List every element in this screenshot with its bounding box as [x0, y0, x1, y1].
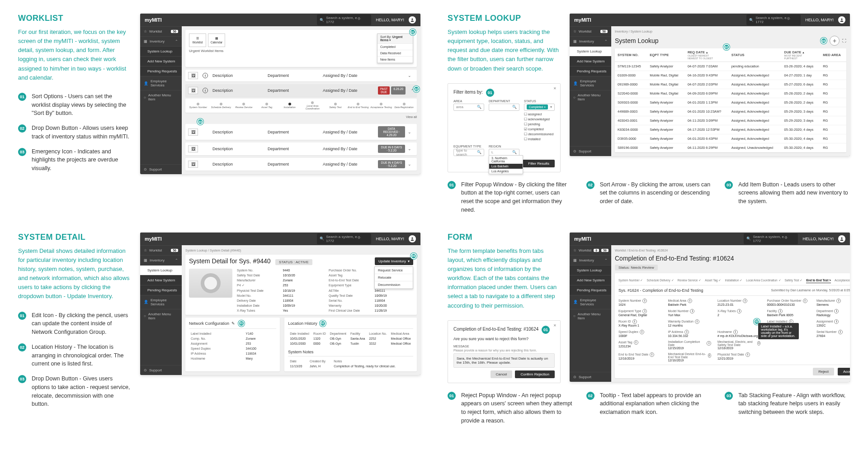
urgent-row-1[interactable]: 🖼 ! Description Department Assigned By /…	[185, 70, 417, 81]
step-tabs[interactable]: System Number ✓Schedule Delivery ✓Review…	[618, 276, 850, 285]
table-row[interactable]: 091989-0000Mobile Rad, Digital04-07-2020…	[615, 80, 846, 89]
info-icon[interactable]: i	[707, 341, 711, 346]
breadcrumb: System Lookup / System Detail (#9440)	[185, 249, 417, 252]
filter-apply-button[interactable]: Filter Results	[523, 160, 555, 167]
status-badge: STATUS : ACTIVE	[275, 259, 312, 265]
reject-button[interactable]: Reject	[813, 368, 834, 375]
tab-calendar[interactable]: ▦Calendar	[208, 33, 225, 47]
info-icon[interactable]: i	[757, 341, 760, 346]
info-icon[interactable]: i	[743, 299, 747, 303]
table-row[interactable]: S89196-0000Safety Analyzer04-11-2020 6:2…	[615, 143, 846, 152]
sort-by-menu[interactable]: Sort By: Urgent Items ▾ Completed Data R…	[377, 33, 413, 63]
filter-icon[interactable]: ⛶	[842, 38, 846, 43]
info-icon[interactable]: i	[838, 330, 843, 334]
update-inventory-button[interactable]: Update Inventory ▾	[375, 257, 413, 265]
add-item-button[interactable]: +	[830, 36, 840, 46]
col-desc: Description	[212, 73, 265, 78]
lookup-body: System lookup helps users tracking the e…	[448, 28, 561, 73]
svg-point-3	[841, 237, 842, 238]
table-row[interactable]: 403043-0001Safety Analyzer04-11-2020 3:0…	[615, 116, 846, 125]
info-icon[interactable]: i	[640, 330, 644, 334]
list-row[interactable]: 🖼 DescriptionDepartmentAssigned By / Dat…	[185, 158, 417, 171]
search-input[interactable]: 🔍Search a system, e.g. 1772	[746, 14, 801, 25]
reject-confirm-button[interactable]: Confirm Rejection	[515, 370, 555, 378]
table-row[interactable]: S09303-0000Safety Analyzer04-01-2020 1:1…	[615, 98, 846, 107]
info-icon[interactable]: i	[708, 353, 711, 358]
avatar[interactable]	[409, 16, 416, 24]
info-icon[interactable]: i	[690, 309, 694, 313]
info-icon[interactable]: i	[642, 309, 647, 313]
table-row[interactable]: D3935-0000Safety Analyzer04-01-2020 6:43…	[615, 134, 846, 143]
form-header: FORM	[448, 233, 561, 242]
svg-point-0	[411, 19, 413, 20]
sidebar-pending[interactable]: Pending Requests	[140, 66, 182, 76]
sidebar-other[interactable]: ○ Another Menu Item	[140, 90, 182, 104]
search-input[interactable]: 🔍 Search a system, e.g. 1772	[317, 14, 371, 25]
marker-01: 01	[486, 89, 494, 97]
region-suggestions[interactable]: 3. Northern California Los Baldwin Los A…	[489, 155, 523, 174]
filter-dept[interactable]: 🔍	[489, 104, 519, 111]
update-dropdown[interactable]: Request Service Relocate Decommission	[374, 266, 413, 289]
table-row[interactable]: S22040-0000Mobile Rad, Digital04-09-2020…	[615, 89, 846, 98]
info-icon[interactable]: i	[684, 330, 689, 334]
page-title: System Detail for Sys. #9440	[189, 257, 271, 265]
table-row[interactable]: STM119-12345Safety Analyzer04-07-2020 7:…	[615, 62, 846, 71]
detail-header: SYSTEM DETAIL	[18, 233, 131, 242]
list-row[interactable]: 🖼 DescriptionDepartmentAssigned By / Dat…	[185, 124, 417, 140]
urgent-row-2[interactable]: 🖼 ! Description Department Assigned By /…	[185, 84, 417, 97]
marker-02: 02	[413, 86, 420, 92]
marker-03: 03	[410, 253, 417, 259]
info-icon[interactable]: i	[632, 319, 637, 324]
filter-eqpt[interactable]: type to search🔍	[453, 149, 484, 156]
table-row[interactable]: 01009-0000Mobile Rad, Digital04-16-2020 …	[615, 71, 846, 80]
expand-icon[interactable]	[408, 73, 414, 78]
form-meta-grid: Label Installed – a.k.a. workstation tag…	[618, 299, 850, 362]
reject-message-value[interactable]: Sara, the Mechanical End-to-End Test Dat…	[453, 353, 555, 368]
close-icon[interactable]: ✕	[553, 86, 557, 90]
accept-button[interactable]: Accept	[838, 368, 850, 375]
info-icon[interactable]: i	[642, 299, 647, 303]
filter-status[interactable]: Completed ×▾	[524, 104, 555, 111]
info-icon[interactable]: i	[737, 309, 741, 313]
info-icon[interactable]: i	[836, 299, 841, 303]
view-all-link[interactable]: View all	[185, 115, 417, 119]
search-input[interactable]: 🔍Search a system, e.g. 1772	[317, 233, 371, 244]
filter-area[interactable]: area🔍	[453, 104, 484, 111]
marker-03: 03	[821, 38, 827, 44]
sidebar-add-new[interactable]: Add New System	[140, 56, 182, 66]
col-assigned: Assigned By / Date	[323, 73, 375, 78]
edit-icon[interactable]: ✎	[231, 321, 235, 326]
tab-worklist[interactable]: ☰Worklist	[189, 33, 206, 47]
sidebar-support[interactable]: ⊙ Support	[140, 164, 182, 174]
info-icon[interactable]: i	[834, 319, 839, 324]
sidebar-employee[interactable]: 👤 Employee Services	[140, 76, 182, 90]
search-input[interactable]: 🔍Search a system, e.g. 1772	[744, 233, 798, 244]
info-icon[interactable]: i	[688, 299, 692, 303]
app-brand: myMITI	[145, 17, 162, 23]
info-icon[interactable]: i	[803, 299, 807, 303]
detail-app: myMITI 🔍Search a system, e.g. 1772 HELLO…	[140, 233, 420, 375]
worklist-body: For our first iteration, we focus on the…	[18, 28, 131, 82]
sidebar-worklist[interactable]: ☆ Worklist56	[140, 26, 182, 36]
info-icon[interactable]: i	[695, 319, 699, 324]
table-row[interactable]: K83034-0000Safety Analyzer04-17-2020 12:…	[615, 125, 846, 134]
reject-cancel-button[interactable]: Cancel	[491, 370, 513, 378]
list-row[interactable]: 🖼 DescriptionDepartmentAssigned By / Dat…	[185, 142, 417, 155]
callout-badge-03: 03	[18, 148, 26, 156]
info-icon[interactable]: i	[733, 330, 738, 334]
page-title: Completion of End-to-End Testing: #10624	[615, 255, 850, 262]
table-row[interactable]: 449889-0003Safety Analyzer04-01-2020 10:…	[615, 107, 846, 116]
sort-req-date[interactable]: REQ DATE	[688, 50, 708, 54]
marker-03: 03	[197, 119, 203, 125]
marker-01: 01	[542, 326, 550, 334]
sidebar-inventory[interactable]: ▦ Inventory⌃	[140, 36, 182, 46]
close-icon[interactable]: ✕	[553, 323, 557, 328]
info-icon[interactable]: i	[634, 340, 638, 345]
info-icon[interactable]: i	[745, 352, 750, 357]
sort-due-date[interactable]: DUE DATE	[784, 50, 805, 54]
location-history-table: Date InstalledRoom IDDepartmentFacilityL…	[288, 331, 413, 346]
sidebar-system-lookup[interactable]: System Lookup	[140, 46, 182, 56]
info-icon[interactable]: i	[778, 309, 783, 313]
info-icon[interactable]: i	[834, 309, 839, 313]
info-icon[interactable]: i	[650, 352, 654, 357]
